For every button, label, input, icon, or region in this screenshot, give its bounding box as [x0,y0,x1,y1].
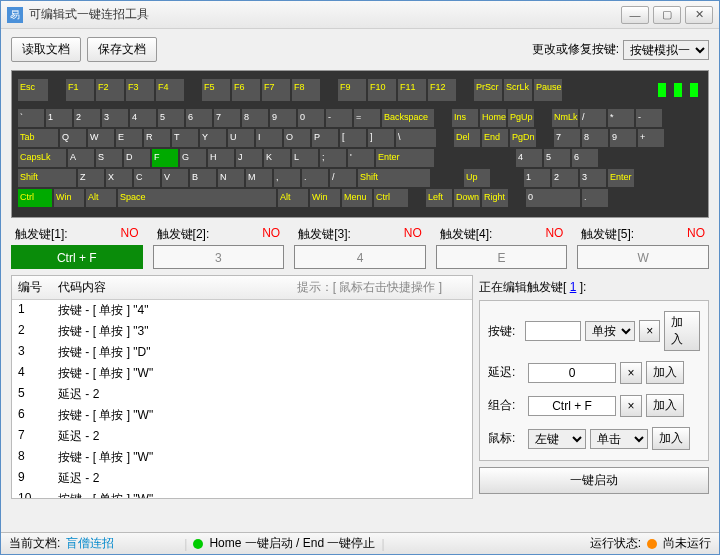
save-doc-button[interactable]: 保存文档 [87,37,157,62]
key-f12[interactable]: F12 [428,79,456,101]
key-[interactable]: . [302,169,328,187]
key-left[interactable]: Left [426,189,452,207]
key-k[interactable]: K [264,149,290,167]
delay-input[interactable] [528,363,616,383]
trigger-slot-2[interactable]: 3 [153,245,285,269]
key-2[interactable]: 2 [74,109,100,127]
key-u[interactable]: U [228,129,254,147]
key-clear-button[interactable]: × [639,320,659,342]
key-9[interactable]: 9 [270,109,296,127]
list-row[interactable]: 1按键 - [ 单按 ] "4" [12,300,472,321]
key-z[interactable]: Z [78,169,104,187]
key-alt[interactable]: Alt [86,189,116,207]
key-l[interactable]: L [292,149,318,167]
key-y[interactable]: Y [200,129,226,147]
key-1[interactable]: 1 [524,169,550,187]
combo-add-button[interactable]: 加入 [646,394,684,417]
key-[interactable]: , [274,169,300,187]
restore-keys-select[interactable]: 按键模拟一 [623,40,709,60]
key-9[interactable]: 9 [610,129,636,147]
key-esc[interactable]: Esc [18,79,48,101]
key-0[interactable]: 0 [526,189,580,207]
list-row[interactable]: 3按键 - [ 单按 ] "D" [12,342,472,363]
key-6[interactable]: 6 [572,149,598,167]
key-a[interactable]: A [68,149,94,167]
key-add-button[interactable]: 加入 [664,311,700,351]
key-menu[interactable]: Menu [342,189,372,207]
list-row[interactable]: 8按键 - [ 单按 ] "W" [12,447,472,468]
key-enter[interactable]: Enter [376,149,434,167]
key-7[interactable]: 7 [554,129,580,147]
key-p[interactable]: P [312,129,338,147]
key-scrlk[interactable]: ScrLk [504,79,532,101]
key-f3[interactable]: F3 [126,79,154,101]
key-ctrl[interactable]: Ctrl [374,189,408,207]
list-body[interactable]: 1按键 - [ 单按 ] "4"2按键 - [ 单按 ] "3"3按键 - [ … [12,300,472,498]
key-backspace[interactable]: Backspace [382,109,434,127]
close-button[interactable]: ✕ [685,6,713,24]
key-f11[interactable]: F11 [398,79,426,101]
key-prscr[interactable]: PrScr [474,79,502,101]
list-row[interactable]: 4按键 - [ 单按 ] "W" [12,363,472,384]
key-i[interactable]: I [256,129,282,147]
key-pause[interactable]: Pause [534,79,562,101]
list-row[interactable]: 6按键 - [ 单按 ] "W" [12,405,472,426]
key-[interactable]: * [608,109,634,127]
key-5[interactable]: 5 [158,109,184,127]
key-shift[interactable]: Shift [18,169,76,187]
mouse-action-select[interactable]: 单击 [590,429,648,449]
key-[interactable]: - [636,109,662,127]
key-[interactable]: [ [340,129,366,147]
key-w[interactable]: W [88,129,114,147]
key-b[interactable]: B [190,169,216,187]
list-row[interactable]: 2按键 - [ 单按 ] "3" [12,321,472,342]
key-[interactable]: \ [396,129,436,147]
key-1[interactable]: 1 [46,109,72,127]
key-mode-select[interactable]: 单按 [585,321,635,341]
key-c[interactable]: C [134,169,160,187]
key-f7[interactable]: F7 [262,79,290,101]
key-win[interactable]: Win [310,189,340,207]
key-e[interactable]: E [116,129,142,147]
key-o[interactable]: O [284,129,310,147]
key-end[interactable]: End [482,129,508,147]
mouse-add-button[interactable]: 加入 [652,427,690,450]
key-[interactable]: / [330,169,356,187]
key-[interactable]: ] [368,129,394,147]
key-4[interactable]: 4 [516,149,542,167]
key-del[interactable]: Del [454,129,480,147]
combo-input[interactable] [528,396,616,416]
list-row[interactable]: 7延迟 - 2 [12,426,472,447]
key-s[interactable]: S [96,149,122,167]
key-f8[interactable]: F8 [292,79,320,101]
key-space[interactable]: Space [118,189,276,207]
list-row[interactable]: 9延迟 - 2 [12,468,472,489]
key-win[interactable]: Win [54,189,84,207]
key-tab[interactable]: Tab [18,129,58,147]
key-m[interactable]: M [246,169,272,187]
key-2[interactable]: 2 [552,169,578,187]
key-alt[interactable]: Alt [278,189,308,207]
key-8[interactable]: 8 [582,129,608,147]
key-f6[interactable]: F6 [232,79,260,101]
key-home[interactable]: Home [480,109,506,127]
key-f4[interactable]: F4 [156,79,184,101]
mouse-button-select[interactable]: 左键 [528,429,586,449]
trigger-slot-3[interactable]: 4 [294,245,426,269]
key-nmlk[interactable]: NmLk [552,109,578,127]
delay-clear-button[interactable]: × [620,362,642,384]
minimize-button[interactable]: — [621,6,649,24]
key-8[interactable]: 8 [242,109,268,127]
key-r[interactable]: R [144,129,170,147]
key-f5[interactable]: F5 [202,79,230,101]
key-down[interactable]: Down [454,189,480,207]
key-f[interactable]: F [152,149,178,167]
combo-clear-button[interactable]: × [620,395,642,417]
trigger-slot-5[interactable]: W [577,245,709,269]
key-f1[interactable]: F1 [66,79,94,101]
key-5[interactable]: 5 [544,149,570,167]
key-j[interactable]: J [236,149,262,167]
key-[interactable]: . [582,189,608,207]
key-f9[interactable]: F9 [338,79,366,101]
key-ctrl[interactable]: Ctrl [18,189,52,207]
